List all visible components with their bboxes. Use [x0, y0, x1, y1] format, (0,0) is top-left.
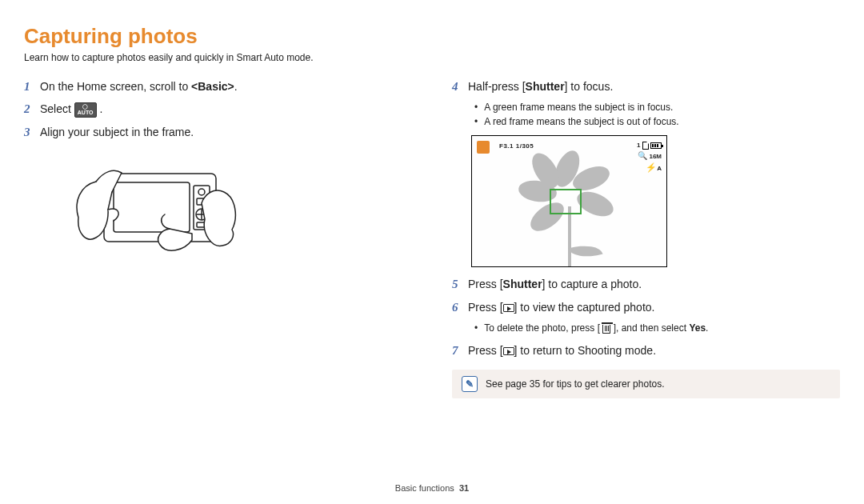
bullet: To delete the photo, press [ ], and then…	[474, 321, 840, 335]
text: .	[99, 102, 102, 115]
text: ], and then select	[610, 322, 689, 334]
step-number: 7	[452, 344, 468, 358]
step-number: 1	[24, 80, 40, 94]
flower-leaf	[568, 241, 602, 263]
shot-count: 1	[637, 142, 640, 149]
trash-icon	[602, 325, 610, 334]
two-column-layout: 1 On the Home screen, scroll to <Basic>.…	[24, 78, 840, 398]
tip-callout: ✎ See page 35 for tips to get clearer ph…	[452, 370, 840, 398]
emphasis: Shutter	[526, 80, 565, 93]
step-number: 6	[452, 301, 468, 314]
playback-icon	[503, 304, 514, 312]
bullet: A red frame means the subject is out of …	[474, 114, 840, 129]
text: Half-press [	[468, 80, 526, 93]
step-2: 2 Select ◯AUTO .	[24, 100, 412, 118]
step-1: 1 On the Home screen, scroll to <Basic>.	[24, 78, 412, 95]
page-title: Capturing photos	[24, 24, 840, 49]
step-number: 3	[24, 126, 40, 139]
page-footer: Basic functions 31	[0, 483, 864, 493]
step-text: On the Home screen, scroll to <Basic>.	[40, 78, 238, 95]
right-column: 4 Half-press [Shutter] to focus. A green…	[452, 78, 840, 398]
playback-icon	[503, 347, 514, 355]
svg-point-3	[198, 189, 205, 195]
image-size: 16M	[649, 153, 662, 160]
step-text: Press [] to return to Shooting mode.	[468, 342, 656, 359]
lcd-preview-illustration: F3.1 1/305 1 🔍 16M ⚡A	[471, 135, 667, 267]
flash-icon: ⚡	[646, 162, 657, 172]
battery-icon	[650, 142, 662, 149]
step-4: 4 Half-press [Shutter] to focus.	[452, 78, 840, 95]
svg-rect-1	[114, 182, 190, 232]
macro-icon	[477, 141, 490, 154]
text: ] to focus.	[565, 80, 614, 93]
step-text: Press [] to view the captured photo.	[468, 298, 654, 316]
magnify-icon: 🔍	[638, 151, 647, 160]
emphasis: Shutter	[503, 278, 542, 290]
exposure-readout: F3.1 1/305	[499, 142, 534, 150]
step-text: Select ◯AUTO .	[40, 100, 102, 118]
camera-hold-illustration	[72, 154, 240, 274]
emphasis: <Basic>	[191, 80, 234, 93]
focus-frame	[550, 189, 582, 214]
step-number: 4	[452, 80, 468, 94]
note-text: See page 35 for tips to get clearer phot…	[486, 378, 664, 390]
lcd-status-icons: 1 🔍 16M ⚡A	[637, 141, 662, 174]
text: .	[706, 322, 708, 334]
step-5: 5 Press [Shutter] to capture a photo.	[452, 275, 840, 293]
intro-text: Learn how to capture photos easily and q…	[24, 52, 840, 63]
text: Press [	[468, 278, 503, 290]
text: To delete the photo, press [	[484, 322, 602, 334]
note-icon: ✎	[462, 376, 478, 392]
text: On the Home screen, scroll to	[40, 80, 191, 93]
text: Select	[40, 102, 74, 115]
text: ] to capture a photo.	[542, 278, 642, 290]
step-6: 6 Press [] to view the captured photo.	[452, 298, 840, 316]
bullet: A green frame means the subject is in fo…	[474, 100, 840, 114]
step-text: Half-press [Shutter] to focus.	[468, 78, 613, 95]
step-number: 2	[24, 102, 40, 116]
step-7: 7 Press [] to return to Shooting mode.	[452, 342, 840, 359]
left-column: 1 On the Home screen, scroll to <Basic>.…	[24, 78, 412, 398]
card-icon	[642, 142, 649, 150]
text: ] to view the captured photo.	[514, 301, 655, 314]
flower-stem	[568, 206, 571, 266]
text: Press [	[468, 344, 503, 357]
step-text: Align your subject in the frame.	[40, 123, 194, 141]
smart-auto-icon: ◯AUTO	[74, 102, 97, 118]
step-6-bullets: To delete the photo, press [ ], and then…	[474, 321, 840, 335]
text: Press [	[468, 301, 503, 314]
text: .	[234, 80, 238, 93]
emphasis: Yes	[689, 322, 706, 334]
flash-mode: A	[657, 165, 662, 172]
step-text: Press [Shutter] to capture a photo.	[468, 275, 642, 293]
step-4-bullets: A green frame means the subject is in fo…	[474, 100, 840, 129]
footer-section: Basic functions	[395, 483, 454, 493]
text: ] to return to Shooting mode.	[514, 344, 656, 357]
step-number: 5	[452, 278, 468, 291]
page-number: 31	[459, 483, 469, 493]
step-3: 3 Align your subject in the frame.	[24, 123, 412, 141]
